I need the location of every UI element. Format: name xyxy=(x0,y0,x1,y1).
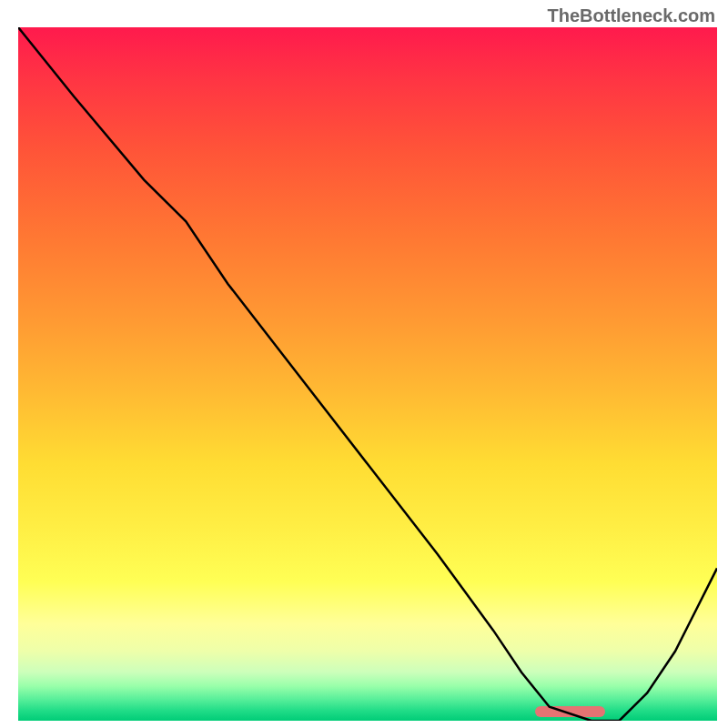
highlight-marker xyxy=(535,706,605,717)
bottleneck-curve xyxy=(18,27,717,721)
watermark-text: TheBottleneck.com xyxy=(548,5,715,26)
plot-area xyxy=(18,27,717,721)
